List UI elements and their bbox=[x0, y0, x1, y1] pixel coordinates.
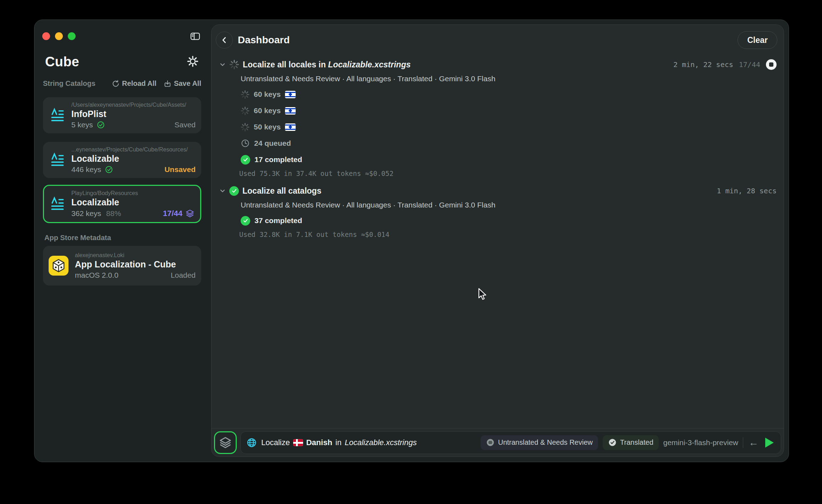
catalog-path: ...eynenastev/Projects/Cube/Cube/Resourc… bbox=[71, 146, 196, 153]
undo-arrow-icon[interactable]: ← bbox=[748, 438, 759, 448]
catalog-item-infoplist[interactable]: /Users/alexeynenastev/Projects/Cube/Asse… bbox=[43, 97, 201, 133]
clock-icon bbox=[241, 139, 250, 148]
catalog-name: Localizable bbox=[71, 154, 196, 164]
batch-mode-button[interactable] bbox=[214, 431, 237, 454]
screen: Cube String Catalogs Reload All Save All bbox=[0, 0, 822, 504]
layers-icon bbox=[185, 209, 194, 218]
filter-chip-untranslated[interactable]: Untranslated & Needs Review bbox=[481, 435, 598, 450]
close-window-button[interactable] bbox=[42, 32, 50, 40]
save-icon bbox=[164, 80, 171, 88]
checkmark-seal-icon bbox=[97, 121, 105, 129]
catalog-status: Saved bbox=[174, 121, 196, 129]
catalog-path: PlayLingo/BodyResources bbox=[71, 190, 194, 196]
token-usage: Used 75.3K in 37.4K out tokens ≈$0.052 bbox=[239, 170, 777, 177]
spinner-icon bbox=[241, 123, 250, 132]
back-button[interactable] bbox=[216, 32, 233, 49]
command-input[interactable]: Localize Danish in Localizable.xcstrings… bbox=[240, 431, 781, 454]
task-duration: 1 min, 28 secs bbox=[717, 187, 777, 195]
task-list: Localize all locales in Localizable.xcst… bbox=[212, 49, 784, 238]
catalog-keys: 446 keys bbox=[71, 165, 101, 174]
app-bundle-id: alexejnenastev.Loki bbox=[75, 252, 196, 259]
layers-icon bbox=[219, 436, 232, 449]
app-icon bbox=[49, 256, 68, 276]
run-button[interactable] bbox=[765, 438, 774, 448]
app-status: Loaded bbox=[171, 271, 196, 279]
task-title: Localize all locales in bbox=[243, 60, 328, 69]
check-circle-icon bbox=[229, 186, 239, 196]
task-queued-row: 24 queued bbox=[241, 138, 777, 148]
save-all-button[interactable]: Save All bbox=[164, 79, 201, 88]
catalog-name: InfoPlist bbox=[71, 109, 196, 119]
zoom-window-button[interactable] bbox=[68, 32, 76, 40]
checkmark-seal-icon bbox=[105, 165, 113, 174]
reload-all-button[interactable]: Reload All bbox=[112, 79, 157, 88]
string-catalogs-header: String Catalogs bbox=[43, 79, 95, 88]
check-circle-icon bbox=[608, 438, 617, 447]
catalog-name: Localizable bbox=[71, 197, 194, 207]
catalog-status: Unsaved bbox=[164, 165, 196, 174]
task-subtitle: Untranslated & Needs Review · All langua… bbox=[241, 201, 777, 209]
chevron-left-icon bbox=[220, 35, 229, 45]
israel-flag bbox=[285, 107, 296, 115]
app-name: App Localization - Cube bbox=[75, 259, 196, 270]
app-window: Cube String Catalogs Reload All Save All bbox=[34, 20, 789, 462]
task-detail-row: 60 keys bbox=[241, 106, 777, 116]
catalog-percent: 88% bbox=[106, 209, 121, 218]
filter-lines-icon bbox=[486, 438, 495, 447]
task-progress: 17/44 bbox=[739, 60, 760, 69]
page-title: Dashboard bbox=[238, 34, 290, 46]
spinner-icon bbox=[241, 106, 250, 115]
string-catalog-icon bbox=[50, 153, 65, 167]
task-file: Localizable.xcstrings bbox=[328, 60, 411, 69]
catalog-keys: 362 keys bbox=[71, 209, 101, 218]
app-metadata-item[interactable]: alexejnenastev.Loki App Localization - C… bbox=[43, 246, 201, 286]
app-platform: macOS 2.0.0 bbox=[75, 271, 119, 279]
spinner-icon bbox=[241, 90, 250, 99]
spinner-icon bbox=[229, 60, 239, 70]
app-title: Cube bbox=[45, 54, 79, 70]
task-subtitle: Untranslated & Needs Review · All langua… bbox=[241, 74, 777, 83]
globe-icon bbox=[246, 437, 257, 448]
task-detail-row: 50 keys bbox=[241, 122, 777, 132]
task-duration: 2 min, 22 secs bbox=[673, 60, 733, 69]
model-name[interactable]: gemini-3-flash-preview bbox=[663, 438, 738, 447]
composer-bar: Localize Danish in Localizable.xcstrings… bbox=[212, 428, 784, 456]
gear-icon[interactable] bbox=[187, 56, 198, 67]
catalog-progress: 17/44 bbox=[163, 209, 182, 218]
divider bbox=[743, 437, 743, 448]
check-circle-icon bbox=[241, 155, 250, 165]
catalog-path: /Users/alexeynenastev/Projects/Cube/Asse… bbox=[71, 102, 196, 108]
catalog-item-localizable-selected[interactable]: PlayLingo/BodyResources Localizable 362 … bbox=[43, 185, 201, 223]
clear-button[interactable]: Clear bbox=[738, 31, 777, 49]
reload-icon bbox=[112, 80, 120, 88]
command-text: Localize Danish in Localizable.xcstrings bbox=[261, 438, 417, 447]
task-detail-row: 60 keys bbox=[241, 89, 777, 99]
sidebar: Cube String Catalogs Reload All Save All bbox=[34, 20, 211, 462]
denmark-flag bbox=[293, 439, 303, 446]
minimize-window-button[interactable] bbox=[55, 32, 63, 40]
catalog-item-localizable[interactable]: ...eynenastev/Projects/Cube/Cube/Resourc… bbox=[43, 142, 201, 178]
check-circle-icon bbox=[241, 216, 250, 226]
israel-flag bbox=[285, 123, 296, 131]
chevron-down-icon[interactable] bbox=[219, 61, 226, 68]
string-catalog-icon bbox=[50, 108, 65, 123]
sidebar-toggle-icon[interactable] bbox=[190, 31, 201, 42]
israel-flag bbox=[285, 91, 296, 98]
task-row[interactable]: Localize all catalogs 1 min, 28 secs bbox=[219, 183, 777, 199]
task-completed-row: 17 completed bbox=[241, 155, 777, 165]
token-usage: Used 32.8K in 7.1K out tokens ≈$0.014 bbox=[239, 231, 777, 238]
mouse-cursor bbox=[476, 288, 488, 301]
app-store-metadata-header: App Store Metadata bbox=[44, 234, 111, 242]
task-title: Localize all catalogs bbox=[242, 186, 321, 195]
task-completed-row: 37 completed bbox=[241, 216, 777, 226]
catalog-keys: 5 keys bbox=[71, 121, 93, 129]
language-name: Danish bbox=[306, 438, 332, 447]
filter-chip-translated[interactable]: Translated bbox=[603, 435, 659, 450]
stop-button[interactable] bbox=[766, 59, 777, 70]
task-row[interactable]: Localize all locales in Localizable.xcst… bbox=[219, 57, 777, 72]
string-catalog-icon bbox=[50, 196, 65, 211]
target-file: Localizable.xcstrings bbox=[345, 438, 417, 447]
dashboard-panel: Dashboard Clear Localize all locales in … bbox=[211, 24, 784, 457]
chevron-down-icon[interactable] bbox=[219, 187, 226, 195]
